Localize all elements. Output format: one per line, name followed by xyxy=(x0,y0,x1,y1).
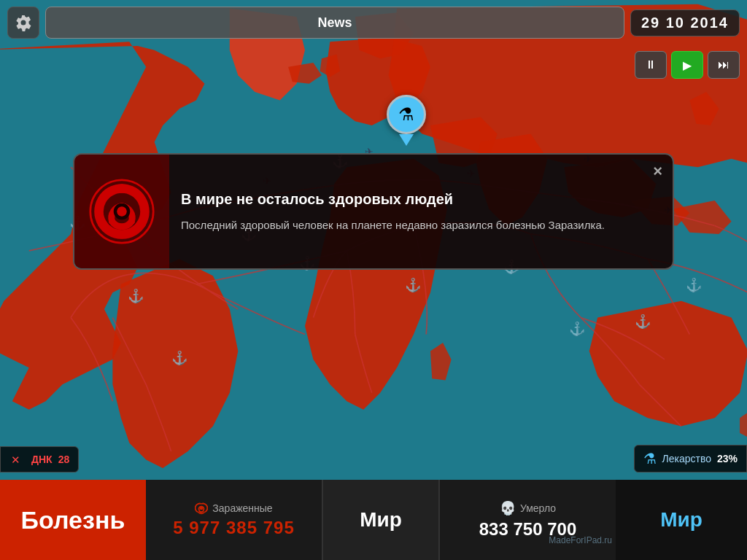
flask-icon: ⚗ xyxy=(387,95,426,134)
news-label: News xyxy=(317,15,352,31)
modal-icon-area xyxy=(74,155,169,268)
pause-button[interactable]: ⏸ xyxy=(635,51,667,79)
cure-flask-icon: ⚗ xyxy=(643,450,657,467)
anchor-icon: ⚓ xyxy=(171,350,187,366)
map-background: ⚓ ⚓ ⚓ ⚓ ⚓ ⚓ ⚓ ⚓ ⚓ ⚓ ⚓ ✈ ✈ ✈ ✈ ✈ xyxy=(0,0,747,560)
world-link[interactable]: Мир xyxy=(616,480,747,560)
dead-section: 💀 Умерло 833 750 700 xyxy=(439,480,616,560)
svg-text:✕: ✕ xyxy=(11,454,20,466)
dead-label: Умерло xyxy=(520,502,556,514)
disease-label: Болезнь xyxy=(21,506,125,534)
footer: Болезнь Зараженные 5 977 385 795 xyxy=(0,480,747,560)
news-modal: В мире не осталось здоровых людей Послед… xyxy=(73,153,674,270)
cure-label: Лекарство xyxy=(662,453,711,464)
modal-close-button[interactable]: × xyxy=(653,162,662,181)
date-display: 29 10 2014 xyxy=(630,9,740,36)
dead-header: 💀 Умерло xyxy=(500,500,556,516)
modal-title: В мире не осталось здоровых людей xyxy=(181,190,658,209)
anchor-icon: ⚓ xyxy=(569,321,585,337)
skull-icon: 💀 xyxy=(500,500,516,516)
anchor-icon: ⚓ xyxy=(128,288,144,304)
marker-pointer xyxy=(399,134,414,146)
settings-button[interactable] xyxy=(7,7,39,39)
infected-label: Зараженные xyxy=(212,502,272,514)
biohazard-icon xyxy=(89,179,155,244)
infected-section: Зараженные 5 977 385 795 xyxy=(146,480,322,560)
infected-icon xyxy=(195,502,208,515)
world-link-label: Мир xyxy=(660,508,703,532)
disease-button[interactable]: Болезнь xyxy=(0,480,146,560)
top-bar: News 29 10 2014 xyxy=(0,0,747,45)
svg-point-4 xyxy=(117,207,127,217)
infected-header: Зараженные xyxy=(195,502,272,515)
anchor-icon: ⚓ xyxy=(686,277,702,293)
news-button[interactable]: News xyxy=(45,7,624,39)
dna-icon: ✕ xyxy=(9,451,26,467)
cure-bar[interactable]: ⚗ Лекарство 23% xyxy=(634,445,748,472)
play-icon: ▶ xyxy=(683,58,692,72)
date-text: 29 10 2014 xyxy=(641,15,729,31)
fast-forward-button[interactable]: ⏭ xyxy=(708,51,740,79)
world-button[interactable]: Мир xyxy=(322,480,439,560)
infected-count: 5 977 385 795 xyxy=(173,518,294,538)
anchor-icon: ⚓ xyxy=(635,314,651,330)
world-label: Мир xyxy=(360,508,402,532)
modal-body: Последний здоровый человек на планете не… xyxy=(181,217,658,234)
cure-percent: 23% xyxy=(717,453,738,464)
fast-forward-icon: ⏭ xyxy=(718,58,729,71)
play-button[interactable]: ▶ xyxy=(671,51,703,79)
modal-content: В мире не осталось здоровых людей Послед… xyxy=(169,155,673,268)
anchor-icon: ⚓ xyxy=(405,277,421,293)
disease-marker[interactable]: ⚗ xyxy=(387,95,426,146)
dna-label: ДНК xyxy=(31,454,53,465)
playback-controls: ⏸ ▶ ⏭ xyxy=(635,51,740,79)
dna-bar[interactable]: ✕ ДНК 28 xyxy=(0,446,79,472)
watermark: MadeForIPad.ru xyxy=(549,535,612,545)
dna-count: 28 xyxy=(58,454,70,465)
